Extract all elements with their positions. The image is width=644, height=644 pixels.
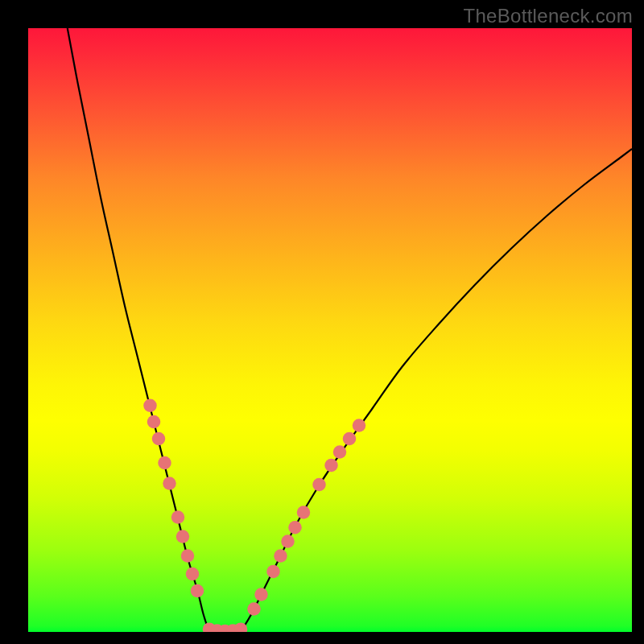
curve-right-curve <box>242 149 632 629</box>
curve-overlay <box>28 28 632 632</box>
marker-right <box>324 459 338 473</box>
marker-right <box>274 549 287 563</box>
marker-right <box>333 445 347 459</box>
marker-left <box>191 584 204 598</box>
data-point-markers <box>143 399 365 633</box>
chart-frame: TheBottleneck.com <box>0 0 644 644</box>
marker-right <box>288 521 302 535</box>
marker-right <box>343 432 357 446</box>
marker-left <box>147 415 161 429</box>
marker-right <box>281 535 295 548</box>
marker-right <box>353 419 366 432</box>
marker-right <box>254 588 268 601</box>
watermark-text: TheBottleneck.com <box>463 5 633 27</box>
marker-right <box>312 478 326 492</box>
marker-left <box>176 530 190 543</box>
marker-right <box>247 602 261 616</box>
marker-left <box>171 510 185 524</box>
marker-right <box>297 506 311 519</box>
bottleneck-curves <box>68 28 632 631</box>
marker-left <box>186 568 200 581</box>
plot-area <box>28 28 632 632</box>
marker-left <box>163 477 176 490</box>
marker-right <box>266 565 280 579</box>
marker-left <box>152 432 166 446</box>
marker-left <box>181 549 195 563</box>
marker-left <box>143 399 157 413</box>
marker-left <box>158 456 171 470</box>
